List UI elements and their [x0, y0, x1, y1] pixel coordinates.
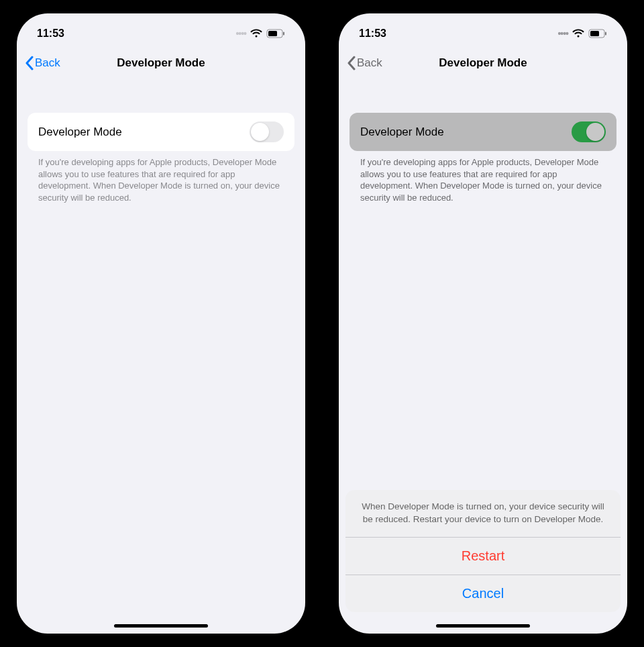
status-bar: 11:53 ••••	[339, 13, 627, 47]
back-button[interactable]: Back	[25, 56, 60, 70]
chevron-left-icon	[25, 56, 34, 70]
section-footer-text: If you're developing apps for Apple prod…	[339, 151, 627, 203]
home-indicator[interactable]	[114, 624, 208, 628]
home-indicator[interactable]	[436, 624, 530, 628]
developer-mode-toggle	[572, 121, 606, 142]
chevron-left-icon	[347, 56, 356, 70]
cancel-button[interactable]: Cancel	[345, 575, 621, 612]
status-time: 11:53	[359, 28, 386, 40]
status-time: 11:53	[37, 28, 64, 40]
row-label: Developer Mode	[360, 126, 444, 139]
svg-rect-1	[268, 31, 277, 36]
status-bar: 11:53 ••••	[17, 13, 305, 47]
cellular-dots-icon: ••••	[557, 28, 568, 39]
svg-rect-5	[605, 32, 606, 36]
battery-icon	[588, 29, 607, 38]
developer-mode-row: Developer Mode	[350, 113, 616, 151]
back-label: Back	[35, 56, 60, 70]
nav-bar: Back Developer Mode	[339, 47, 627, 79]
restart-button[interactable]: Restart	[345, 537, 621, 575]
developer-mode-toggle[interactable]	[250, 121, 284, 142]
section-footer-text: If you're developing apps for Apple prod…	[17, 151, 305, 203]
back-button: Back	[347, 56, 382, 70]
nav-bar: Back Developer Mode	[17, 47, 305, 79]
page-title: Developer Mode	[339, 56, 627, 70]
phone-right: 11:53 •••• Back Developer Mode	[339, 13, 627, 634]
wifi-icon	[572, 29, 584, 38]
row-label: Developer Mode	[38, 126, 122, 139]
phone-left: 11:53 •••• Back Developer Mode	[17, 13, 305, 634]
back-label: Back	[357, 56, 382, 70]
developer-mode-row: Developer Mode	[28, 113, 294, 151]
cellular-dots-icon: ••••	[235, 28, 246, 39]
svg-rect-2	[283, 32, 284, 36]
wifi-icon	[250, 29, 262, 38]
battery-icon	[266, 29, 285, 38]
svg-rect-4	[590, 31, 599, 36]
svg-rect-3	[589, 30, 604, 38]
action-sheet: When Developer Mode is turned on, your d…	[345, 490, 621, 612]
action-sheet-message: When Developer Mode is turned on, your d…	[345, 490, 621, 537]
